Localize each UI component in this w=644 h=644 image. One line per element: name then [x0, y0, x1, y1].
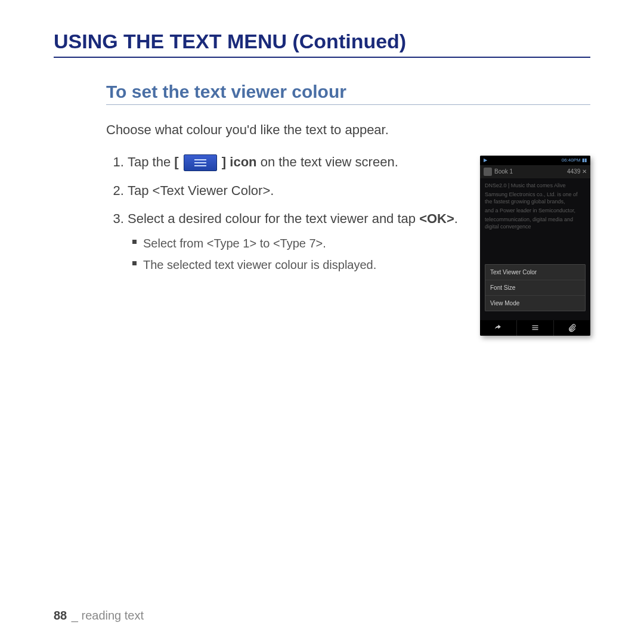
footer-section: reading text: [82, 609, 144, 622]
device-title-bar: Book 1 4439 ✕: [480, 165, 590, 178]
step1-post: on the text view screen.: [257, 154, 398, 169]
substep-1: Select from <Type 1> to <Type 7>.: [132, 235, 468, 252]
device-title-right: 4439 ✕: [567, 168, 587, 175]
book-icon: [484, 168, 492, 176]
attachment-icon[interactable]: [554, 320, 590, 336]
device-text-body: DNSe2.0 | Music that comes Alive Samsung…: [480, 178, 590, 265]
page-footer: 88 _ reading text: [54, 609, 144, 623]
step3-pre: Select a desired colour for the text vie…: [128, 211, 419, 226]
step1-pre: Tap the: [128, 154, 174, 169]
step3-bold: <OK>: [419, 211, 454, 226]
menu-bottom-icon[interactable]: [517, 320, 554, 336]
device-body-line: Samsung Electronics co., Ltd. is one of …: [485, 191, 586, 205]
device-status-left: ▶: [484, 157, 487, 163]
step-2: Tap <Text Viewer Color>.: [128, 182, 468, 200]
step1-icon-word: icon: [226, 154, 256, 169]
device-mockup: ▶ 06:40PM ▮▮ Book 1 4439 ✕ DNSe2.0 | Mus…: [480, 156, 590, 336]
step-3: Select a desired colour for the text vie…: [128, 210, 468, 273]
step-1: Tap the [ ] icon on the text view screen…: [128, 153, 468, 171]
device-popup-menu: Text Viewer Color Font Size View Mode: [485, 264, 586, 311]
step3-post: .: [454, 211, 458, 226]
device-bottom-bar: [480, 320, 590, 336]
menu-icon: [184, 154, 217, 171]
substep-2: The selected text viewer colour is displ…: [132, 256, 468, 273]
device-status-right: 06:40PM ▮▮: [562, 157, 587, 163]
instructions-block: Tap the [ ] icon on the text view screen…: [106, 153, 480, 284]
menu-item-view-mode[interactable]: View Mode: [485, 296, 585, 311]
step1-bracket-open: [: [174, 154, 178, 169]
menu-item-font-size[interactable]: Font Size: [485, 280, 585, 296]
footer-separator: _: [68, 609, 81, 622]
page-heading: USING THE TEXT MENU (Continued): [54, 30, 590, 58]
intro-text: Choose what colour you'd like the text t…: [106, 122, 590, 139]
device-body-line: telecommunication, digital media and dig…: [485, 216, 586, 230]
step2-pre: Tap: [128, 183, 153, 198]
device-body-line: and a Power leader in Semiconductor,: [485, 207, 586, 214]
step2-post: .: [270, 183, 274, 198]
back-icon[interactable]: [480, 320, 517, 336]
device-title: Book 1: [494, 168, 513, 175]
menu-item-text-viewer-color[interactable]: Text Viewer Color: [485, 265, 585, 280]
step2-bold: <Text Viewer Color>: [153, 183, 271, 198]
device-status-bar: ▶ 06:40PM ▮▮: [480, 156, 590, 165]
device-body-line: DNSe2.0 | Music that comes Alive: [485, 182, 586, 189]
footer-page-number: 88: [54, 609, 67, 622]
section-heading: To set the text viewer colour: [106, 82, 590, 105]
